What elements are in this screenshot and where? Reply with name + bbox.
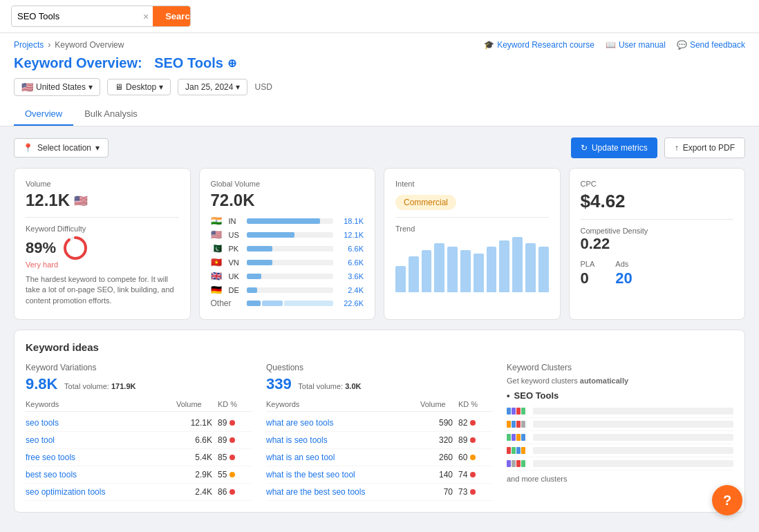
manual-link[interactable]: 📖 User manual	[606, 40, 666, 50]
clusters-auto-text: Get keyword clusters automatically	[507, 377, 733, 385]
cluster-color-bar	[512, 421, 516, 428]
cluster-color-bar	[516, 421, 521, 428]
keyword-link[interactable]: free seo tools	[26, 453, 176, 462]
filter-bar: 🇺🇸 United States ▾ 🖥 Desktop ▾ Jan 25, 2…	[14, 78, 272, 96]
export-icon: ↑	[675, 143, 679, 153]
questions-section: Questions 339 Total volume: 3.0K Keyword…	[266, 363, 493, 501]
export-pdf-button[interactable]: ↑ Export to PDF	[664, 137, 745, 158]
list-item	[507, 418, 733, 431]
volume-cell: 2.9K	[176, 470, 218, 479]
cluster-color-bar	[507, 447, 511, 454]
keyword-link[interactable]: what are seo tools	[266, 418, 420, 428]
cluster-color-bar	[521, 434, 525, 441]
kd-dot	[470, 472, 476, 477]
svg-point-1	[65, 238, 86, 258]
kd-dot	[470, 489, 476, 495]
country-flag-icon: 🇮🇳	[211, 216, 225, 226]
list-item	[507, 431, 733, 444]
tab-overview[interactable]: Overview	[14, 103, 73, 126]
keyword-link[interactable]: what is the best seo tool	[266, 470, 420, 479]
trend-bar	[512, 237, 523, 292]
search-button[interactable]: Search	[153, 6, 191, 26]
trend-bar	[525, 243, 536, 292]
update-metrics-button[interactable]: ↻ Update metrics	[571, 137, 657, 158]
breadcrumb-projects[interactable]: Projects	[14, 40, 44, 50]
pla-label: PLA	[581, 260, 595, 268]
cluster-color-bar	[512, 408, 516, 415]
kd-cell: 89	[218, 418, 252, 428]
tab-bulk-analysis[interactable]: Bulk Analysis	[73, 103, 149, 126]
more-clusters-label: and more clusters	[507, 475, 733, 483]
clear-button[interactable]: ×	[139, 8, 153, 25]
volume-cell: 2.4K	[176, 487, 218, 497]
country-bar-fill	[247, 232, 294, 238]
kd-number: 74	[458, 470, 467, 479]
country-row: 🇺🇸 US 12.1K	[211, 229, 364, 240]
feedback-link[interactable]: 💬 Send feedback	[677, 40, 745, 50]
table-row: seo tools 12.1K 89	[26, 415, 252, 432]
kd-number: 85	[218, 453, 227, 462]
table-row: seo optimization tools 2.4K 86	[26, 484, 252, 501]
course-link[interactable]: 🎓 Keyword Research course	[484, 40, 594, 50]
date-label: Jan 25, 2024	[185, 82, 233, 92]
questions-total: Total volume: 3.0K	[298, 382, 361, 390]
other-label: Other	[211, 298, 243, 308]
volume-label: Volume	[26, 180, 179, 188]
top-bar: × Search	[0, 0, 759, 33]
questions-label: Questions	[266, 363, 493, 372]
cluster-color-bar	[521, 421, 525, 428]
country-bar-fill	[247, 246, 273, 251]
cluster-rows	[507, 405, 733, 471]
table-row: free seo tools 5.4K 85	[26, 449, 252, 466]
location-select[interactable]: 📍 Select location ▾	[14, 138, 109, 158]
cluster-color-bar	[516, 447, 521, 454]
kd-cell: 85	[218, 453, 252, 462]
date-filter[interactable]: Jan 25, 2024 ▾	[178, 79, 247, 95]
ads-label: Ads	[615, 260, 632, 268]
comp-density-value: 0.22	[581, 235, 734, 253]
keyword-link[interactable]: seo tools	[26, 418, 176, 428]
kd-cell: 82	[458, 418, 493, 428]
trend-bar	[422, 250, 432, 292]
country-value: 2.4K	[337, 286, 364, 294]
device-filter[interactable]: 🖥 Desktop ▾	[107, 79, 171, 95]
keyword-link[interactable]: what is seo tools	[266, 435, 420, 445]
metrics-grid: Volume 12.1K 🇺🇸 Keyword Difficulty 89% V…	[14, 168, 745, 320]
country-filter[interactable]: 🇺🇸 United States ▾	[14, 78, 100, 96]
cluster-color-bar	[507, 434, 511, 441]
kd-number: 55	[218, 470, 227, 479]
keyword-link[interactable]: seo optimization tools	[26, 487, 176, 497]
country-bar-track	[247, 246, 334, 251]
cpc-card: CPC $4.62 Competitive Density 0.22 PLA 0…	[569, 168, 746, 320]
country-bar-fill	[247, 218, 321, 224]
global-volume-card: Global Volume 72.0K 🇮🇳 IN 18.1K 🇺🇸 US 12…	[199, 168, 376, 320]
device-label: Desktop	[126, 82, 156, 92]
keyword-link[interactable]: seo tool	[26, 435, 176, 445]
cluster-color-bars	[507, 460, 527, 467]
cpc-label: CPC	[581, 180, 734, 188]
other-bars	[247, 301, 334, 306]
cluster-row-text	[533, 447, 733, 454]
country-code: IN	[229, 217, 243, 225]
questions-count: 339	[266, 375, 292, 392]
search-box: × Search	[11, 6, 191, 27]
refresh-icon: ↻	[581, 143, 588, 153]
keyword-link[interactable]: what is an seo tool	[266, 453, 420, 462]
help-button[interactable]: ?	[712, 485, 742, 515]
country-value: 18.1K	[337, 217, 364, 225]
volume-cell: 6.6K	[176, 435, 218, 445]
country-code: PK	[229, 245, 243, 253]
keyword-link[interactable]: what are the best seo tools	[266, 487, 420, 497]
trend-label: Trend	[395, 225, 549, 233]
keyword-link[interactable]: best seo tools	[26, 470, 176, 479]
variations-rows: seo tools 12.1K 89 seo tool 6.6K 89 free…	[26, 415, 252, 501]
other-bar-1	[247, 301, 261, 306]
add-keyword-icon[interactable]: ⊕	[227, 57, 236, 70]
cluster-color-bar	[507, 408, 511, 415]
kd-dot	[470, 420, 476, 426]
page-title: Keyword Overview: SEO Tools ⊕	[14, 55, 272, 71]
table-row: what is the best seo tool 140 74	[266, 466, 493, 484]
cluster-row-text	[533, 421, 733, 428]
variations-total: Total volume: 171.9K	[64, 382, 135, 390]
search-input[interactable]	[12, 7, 139, 26]
